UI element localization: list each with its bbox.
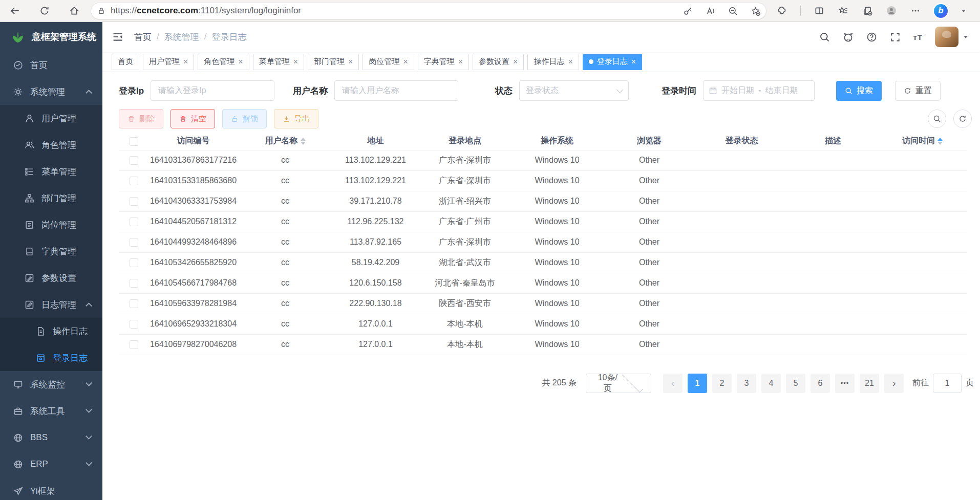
sidebar-item-menu-mgmt[interactable]: 菜单管理 <box>0 158 102 185</box>
fullscreen-icon[interactable] <box>889 31 901 42</box>
browser-back-icon[interactable] <box>9 5 20 16</box>
reset-button[interactable]: 重置 <box>895 81 941 101</box>
next-page-button[interactable]: › <box>884 374 904 393</box>
tag-close-icon[interactable]: × <box>293 58 298 66</box>
sidebar-item-role-mgmt[interactable]: 角色管理 <box>0 132 102 158</box>
prev-page-button[interactable]: ‹ <box>663 374 683 393</box>
row-checkbox[interactable] <box>130 177 138 185</box>
sidebar-item-bbs[interactable]: BBS <box>0 424 102 451</box>
sidebar-item-log-mgmt[interactable]: 日志管理 <box>0 291 102 318</box>
browser-home-icon[interactable] <box>69 5 80 16</box>
row-checkbox[interactable] <box>130 279 138 288</box>
search-button[interactable]: 搜索 <box>836 81 882 101</box>
row-checkbox[interactable] <box>130 320 138 329</box>
export-button[interactable]: 导出 <box>274 109 318 128</box>
font-size-icon[interactable]: тТ <box>913 33 923 41</box>
tag-role-mgmt[interactable]: 角色管理× <box>198 54 249 70</box>
refresh-table-button[interactable] <box>953 110 972 128</box>
favorite-add-icon[interactable] <box>750 5 761 16</box>
row-checkbox[interactable] <box>130 156 138 165</box>
page-3-button[interactable]: 3 <box>737 374 756 393</box>
search-icon <box>933 115 941 123</box>
user-icon <box>25 114 34 123</box>
delete-button[interactable]: 删除 <box>119 109 163 128</box>
split-screen-icon[interactable] <box>814 5 825 16</box>
sidebar-item-system-tools[interactable]: 系统工具 <box>0 398 102 424</box>
page-size-select[interactable]: 10条/页 <box>586 374 651 393</box>
login-ip-input[interactable] <box>151 80 274 101</box>
sidebar-item-dict-mgmt[interactable]: 字典管理 <box>0 238 102 265</box>
row-checkbox[interactable] <box>130 258 138 267</box>
tag-close-icon[interactable]: × <box>458 58 463 66</box>
address-bar[interactable]: https://ccnetcore.com:1101/system/log/lo… <box>91 3 766 19</box>
row-checkbox[interactable] <box>130 197 138 206</box>
tag-dept-mgmt[interactable]: 部门管理× <box>308 54 359 70</box>
sidebar-item-dept-mgmt[interactable]: 部门管理 <box>0 185 102 211</box>
sidebar-item-post-mgmt[interactable]: 岗位管理 <box>0 211 102 238</box>
tag-user-mgmt[interactable]: 用户管理× <box>143 54 194 70</box>
page-1-button[interactable]: 1 <box>688 374 707 393</box>
collections-icon[interactable] <box>862 5 873 16</box>
sidebar-item-system-mgmt[interactable]: 系统管理 <box>0 78 102 105</box>
page-6-button[interactable]: 6 <box>811 374 830 393</box>
tag-close-icon[interactable]: × <box>568 58 572 66</box>
tag-close-icon[interactable]: × <box>348 58 353 66</box>
page-2-button[interactable]: 2 <box>712 374 732 393</box>
browser-more-icon[interactable] <box>910 5 921 16</box>
tag-post-mgmt[interactable]: 岗位管理× <box>363 54 414 70</box>
breadcrumb-system-mgmt: 系统管理 <box>164 31 199 43</box>
more-pages-button[interactable]: ••• <box>835 374 855 393</box>
tag-menu-mgmt[interactable]: 菜单管理× <box>253 54 304 70</box>
row-checkbox[interactable] <box>130 299 138 308</box>
tag-home[interactable]: 首页 <box>112 54 139 70</box>
username-input[interactable] <box>334 80 458 101</box>
tag-operation-log[interactable]: 操作日志× <box>527 54 579 70</box>
date-range-picker[interactable]: 开始日期 - 结束日期 <box>703 80 815 101</box>
browser-refresh-icon[interactable] <box>39 5 50 16</box>
browser-profile-avatar[interactable] <box>886 5 897 16</box>
user-avatar[interactable] <box>935 27 958 47</box>
sidebar-item-erp[interactable]: ERP <box>0 451 102 477</box>
goto-page-input[interactable] <box>933 374 962 393</box>
header-search-icon[interactable] <box>819 31 830 42</box>
sidebar-item-yi-framework[interactable]: Yi框架 <box>0 477 102 500</box>
github-icon[interactable] <box>842 31 854 42</box>
status-select[interactable]: 登录状态 <box>519 80 629 101</box>
toggle-search-button[interactable] <box>928 110 946 128</box>
breadcrumb-home[interactable]: 首页 <box>134 31 152 43</box>
help-icon[interactable] <box>866 31 877 42</box>
calendar-icon <box>709 86 717 95</box>
app-logo[interactable]: 意框架管理系统 <box>0 22 102 52</box>
tag-param-settings[interactable]: 参数设置× <box>473 54 524 70</box>
page-21-button[interactable]: 21 <box>860 374 879 393</box>
tag-dict-mgmt[interactable]: 字典管理× <box>418 54 469 70</box>
page-4-button[interactable]: 4 <box>761 374 781 393</box>
browser-essentials-icon[interactable] <box>776 5 787 16</box>
dashboard-icon <box>13 60 23 70</box>
page-5-button[interactable]: 5 <box>786 374 805 393</box>
row-checkbox[interactable] <box>130 340 138 349</box>
tag-close-icon[interactable]: × <box>513 58 518 66</box>
clear-button[interactable]: 清空 <box>171 109 215 128</box>
favorites-bar-icon[interactable] <box>838 5 849 16</box>
sidebar-item-param-settings[interactable]: 参数设置 <box>0 265 102 291</box>
read-aloud-icon[interactable] <box>705 5 716 16</box>
sidebar-item-system-monitor[interactable]: 系统监控 <box>0 371 102 398</box>
collapse-sidebar-icon[interactable] <box>112 31 124 43</box>
sidebar-item-home[interactable]: 首页 <box>0 52 102 78</box>
sidebar-item-login-log[interactable]: 登录日志 <box>0 344 102 371</box>
tag-close-icon[interactable]: × <box>631 58 636 66</box>
tag-close-icon[interactable]: × <box>238 58 243 66</box>
tag-login-log[interactable]: 登录日志× <box>583 54 642 70</box>
sidebar-item-operation-log[interactable]: 操作日志 <box>0 318 102 344</box>
zoom-out-icon[interactable] <box>727 5 738 16</box>
sidebar-item-user-mgmt[interactable]: 用户管理 <box>0 105 102 132</box>
row-checkbox[interactable] <box>130 218 138 226</box>
row-checkbox[interactable] <box>130 238 138 247</box>
tag-close-icon[interactable]: × <box>183 58 188 66</box>
header-checkbox[interactable] <box>130 137 138 146</box>
password-key-icon[interactable] <box>682 5 693 16</box>
unlock-button[interactable]: 解锁 <box>222 109 267 128</box>
tag-close-icon[interactable]: × <box>403 58 408 66</box>
copilot-bing-icon[interactable]: b <box>934 4 948 18</box>
